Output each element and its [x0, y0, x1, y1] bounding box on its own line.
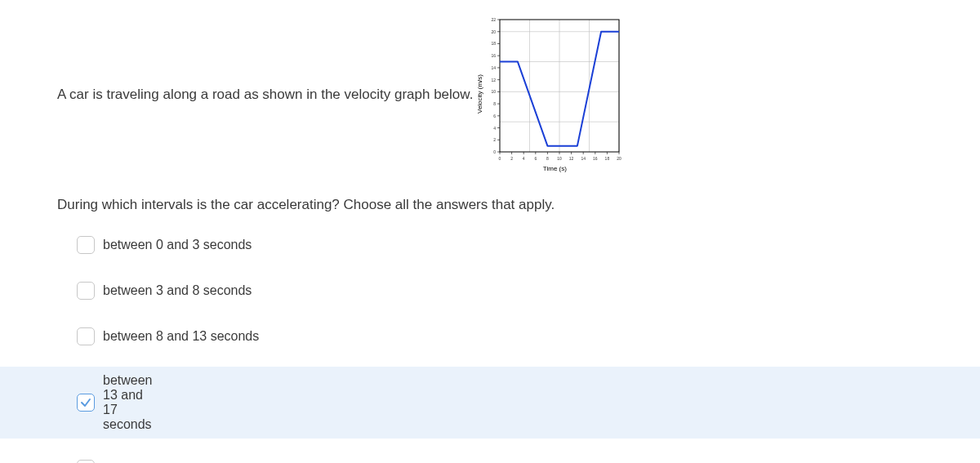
svg-text:18: 18: [605, 156, 610, 161]
option-row[interactable]: between 13 and 17 seconds: [0, 367, 980, 439]
checkbox[interactable]: [77, 460, 95, 463]
svg-text:12: 12: [492, 78, 497, 82]
option-label: between 8 and 13 seconds: [103, 329, 259, 344]
svg-text:20: 20: [617, 156, 622, 161]
checkbox[interactable]: [77, 394, 95, 412]
question-text: During which intervals is the car accele…: [0, 172, 980, 221]
option-row[interactable]: between 3 and 8 seconds: [77, 275, 923, 306]
svg-text:6: 6: [535, 156, 537, 161]
svg-text:12: 12: [569, 156, 574, 161]
svg-text:4: 4: [494, 126, 497, 131]
svg-text:16: 16: [593, 156, 598, 161]
option-row[interactable]: between 0 and 3 seconds: [77, 229, 923, 260]
svg-text:14: 14: [581, 156, 586, 161]
svg-text:8: 8: [546, 156, 549, 161]
svg-text:20: 20: [492, 29, 497, 34]
svg-text:18: 18: [492, 41, 497, 46]
option-row[interactable]: between 8 and 13 seconds: [77, 321, 923, 352]
svg-text:14: 14: [492, 65, 497, 70]
option-label: between 13 and 17 seconds: [103, 373, 153, 432]
svg-text:4: 4: [523, 156, 525, 161]
option-label: between 3 and 8 seconds: [103, 283, 252, 298]
svg-text:10: 10: [492, 89, 497, 94]
svg-text:6: 6: [494, 114, 497, 118]
options-list: between 0 and 3 secondsbetween 3 and 8 s…: [0, 221, 980, 463]
svg-text:2: 2: [494, 137, 497, 142]
chart-xlabel: Time (s): [485, 165, 624, 172]
checkbox[interactable]: [77, 282, 95, 300]
checkbox[interactable]: [77, 327, 95, 345]
check-icon: [80, 397, 91, 408]
svg-text:8: 8: [494, 101, 497, 106]
svg-text:22: 22: [492, 17, 497, 22]
intro-text: A car is traveling along a road as shown…: [57, 87, 473, 103]
velocity-chart: Velocity (m/s) 0246810121416182002468101…: [476, 16, 624, 172]
svg-text:10: 10: [558, 156, 563, 161]
svg-text:2: 2: [511, 156, 514, 161]
option-label: between 0 and 3 seconds: [103, 238, 252, 252]
svg-text:0: 0: [499, 156, 501, 161]
chart-plot: 024681012141618200246810121416182022: [485, 16, 624, 163]
option-row[interactable]: between 17 and 20 seconds: [77, 453, 923, 463]
svg-text:16: 16: [492, 53, 497, 58]
svg-text:0: 0: [494, 149, 497, 154]
checkbox[interactable]: [77, 236, 95, 254]
chart-ylabel: Velocity (m/s): [476, 74, 483, 114]
